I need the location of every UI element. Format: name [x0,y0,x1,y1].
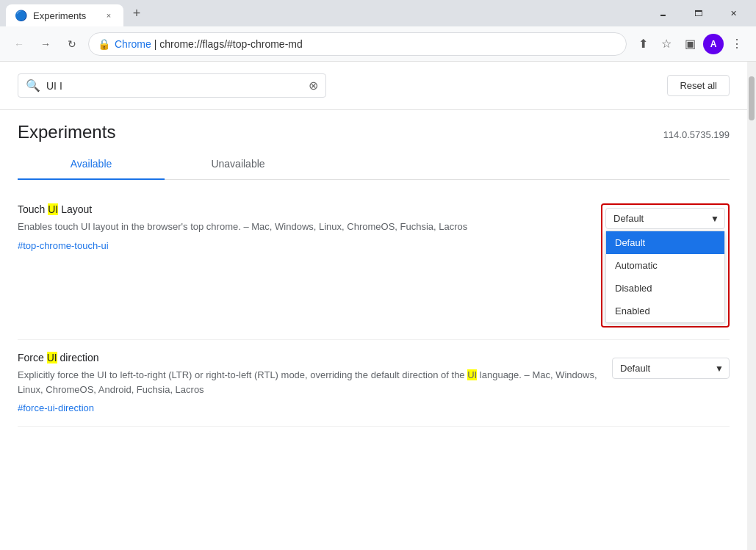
experiment-2-select[interactable]: Default Automatic Disabled Enabled [612,358,730,379]
title-bar: 🔵 Experiments × + 🗕 🗖 ✕ [0,0,756,26]
dropdown-1-wrapper: Default Automatic Disabled Enabled ▼ Def… [601,203,730,328]
option-automatic-1[interactable]: Automatic [606,254,724,277]
reset-all-button[interactable]: Reset all [667,75,730,96]
highlight-ui-1: UI [48,203,58,215]
share-button[interactable]: ⬆ [633,34,653,54]
option-enabled-1[interactable]: Enabled [606,300,724,322]
forward-button[interactable]: → [35,34,56,54]
reload-button[interactable]: ↻ [62,34,82,54]
experiment-info-2: Force UI direction Explicitly force the … [18,352,600,414]
scrollbar-thumb[interactable] [749,76,755,120]
url-source: Chrome [115,38,151,50]
menu-button[interactable]: ⋮ [727,34,747,54]
experiments-list: Touch UI Layout Enables touch UI layout … [0,180,747,438]
bookmark-button[interactable]: ☆ [656,34,677,54]
select-wrapper-1: Default Automatic Disabled Enabled ▼ [605,208,725,229]
main-content: 🔍 ⊗ Reset all Experiments 114.0.5735.199… [0,62,747,550]
option-default-1[interactable]: Default [606,231,724,254]
maximize-button[interactable]: 🗖 [681,1,715,25]
experiment-link-2[interactable]: #force-ui-direction [18,402,94,413]
active-tab[interactable]: 🔵 Experiments × [6,4,123,26]
tabs-bar: Available Unavailable [18,148,730,180]
dropdown-2-wrapper: Default Automatic Disabled Enabled ▼ [612,358,730,379]
tab-strip: 🔵 Experiments × + [6,2,147,24]
scrollbar[interactable] [747,62,756,550]
experiment-1-select[interactable]: Default Automatic Disabled Enabled [605,208,725,229]
address-bar: ← → ↻ 🔒 Chrome | chrome://flags/#top-chr… [0,26,756,62]
close-button[interactable]: ✕ [716,1,750,25]
page-header: Experiments 114.0.5735.199 [0,110,747,148]
search-area: 🔍 ⊗ Reset all [0,62,747,110]
minimize-button[interactable]: 🗕 [646,1,680,25]
content-wrapper: 🔍 ⊗ Reset all Experiments 114.0.5735.199… [0,62,756,550]
tab-strip-button[interactable]: ▣ [680,34,700,54]
window-controls: 🗕 🗖 ✕ [646,1,750,25]
experiment-name-2: Force UI direction [18,352,600,363]
tab-available[interactable]: Available [18,149,165,180]
tab-title: Experiments [33,10,97,21]
dropdown-1-open-container: Default Automatic Disabled Enabled ▼ Def… [601,203,730,328]
experiment-name-1: Touch UI Layout [18,203,589,215]
experiment-info-1: Touch UI Layout Enables touch UI layout … [18,203,589,252]
experiment-link-1[interactable]: #top-chrome-touch-ui [18,240,109,251]
highlight-ui-2: UI [47,352,57,363]
experiment-force-ui-direction: Force UI direction Explicitly force the … [18,340,730,427]
page-title: Experiments [18,122,115,142]
url-bar[interactable]: 🔒 Chrome | chrome://flags/#top-chrome-md [88,32,627,56]
address-bar-actions: ⬆ ☆ ▣ A ⋮ [633,34,747,54]
experiment-desc-1: Enables touch UI layout in the browser's… [18,220,589,234]
experiment-touch-ui-layout: Touch UI Layout Enables touch UI layout … [18,192,730,340]
url-path: chrome://flags/#top-chrome-md [159,38,303,50]
option-disabled-1[interactable]: Disabled [606,277,724,300]
new-tab-button[interactable]: + [126,3,147,23]
experiment-desc-2: Explicitly force the UI to left-to-right… [18,368,600,397]
highlight-ui-desc-2: UI [467,369,477,380]
tab-icon: 🔵 [15,10,27,21]
profile-button[interactable]: A [703,34,724,54]
tab-close-button[interactable]: × [103,10,115,21]
back-button[interactable]: ← [9,34,29,54]
version-text: 114.0.5735.199 [663,129,730,140]
search-input[interactable] [46,80,303,92]
tab-unavailable[interactable]: Unavailable [165,149,312,180]
search-clear-button[interactable]: ⊗ [309,79,318,93]
url-text: Chrome | chrome://flags/#top-chrome-md [115,38,617,50]
search-box: 🔍 ⊗ [18,73,326,98]
security-icon: 🔒 [98,38,110,50]
dropdown-1-options: Default Automatic Disabled Enabled [605,231,725,323]
search-icon: 🔍 [26,79,40,93]
